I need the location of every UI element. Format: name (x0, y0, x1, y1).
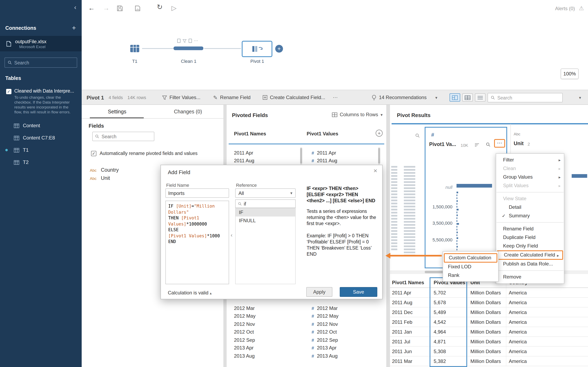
pivot-name-cell[interactable]: 2012 Mar (234, 304, 295, 312)
close-icon[interactable]: × (373, 167, 377, 175)
pivot-name-cell[interactable]: 2012 Oct (234, 328, 295, 336)
submenu-item-fixed-lod[interactable]: Fixed LOD (443, 263, 498, 271)
calculation-status[interactable]: Calculation is valid ▴ (168, 290, 212, 296)
sidebar-collapse-icon[interactable]: ‹ (74, 4, 76, 11)
sidebar-item-t1[interactable]: T1 (0, 144, 82, 156)
create-calculated-field-button[interactable]: Create Calculated Field... (263, 90, 325, 105)
save-button[interactable]: Save (340, 287, 377, 297)
menu-item-create-calculated-field[interactable]: Create Calculated Field▸ (497, 250, 563, 260)
input-table-icon[interactable] (130, 44, 140, 53)
profile-search-icon[interactable] (415, 133, 420, 138)
menu-item-rename-field[interactable]: Rename Field (496, 225, 564, 233)
view-toggle-list[interactable] (475, 93, 485, 101)
node-pivot-1[interactable] (242, 41, 272, 57)
submenu-item-rank[interactable]: Rank (443, 271, 498, 280)
pivot-values-list[interactable]: #2011 Apr#2011 Aug (311, 149, 373, 165)
pivot-name-cell[interactable]: 2012 Nov (234, 320, 295, 328)
tab-settings[interactable]: Settings (82, 105, 153, 118)
grid-header-pivot1-names[interactable]: Pivot1 Names (392, 277, 431, 287)
sidebar-search-input[interactable] (4, 58, 77, 68)
pivot-name-cell[interactable]: 2011 Apr (234, 149, 295, 157)
fields-search-input[interactable] (92, 132, 154, 141)
menu-item-filter[interactable]: Filter▸ (496, 156, 564, 164)
data-interpreter-checkbox[interactable]: ✓ (6, 89, 11, 94)
menu-item-group-values[interactable]: Group Values▸ (496, 173, 564, 182)
menu-item-keep-only-field[interactable]: Keep Only Field (496, 242, 564, 250)
reference-search-input[interactable] (235, 200, 296, 208)
changes-doc-icon[interactable] (177, 39, 181, 43)
pivot-value-cell[interactable]: #2011 Apr (311, 149, 373, 157)
auto-rename-checkbox[interactable]: ✓ (91, 151, 96, 156)
view-toggle-grid[interactable] (462, 93, 473, 101)
pivot-value-cell[interactable]: #2013 Aug (311, 352, 373, 360)
pivot-values-list-continued[interactable]: #2012 Mar#2012 May#2012 Nov#2012 Oct#201… (311, 304, 373, 360)
pivot-values-field-card[interactable]: # Pivot1 Va... 10K ⋯ null1,500,0003,500,… (425, 127, 507, 268)
remove-doc-icon[interactable] (189, 39, 192, 43)
add-pivot-field-button[interactable]: + (376, 130, 383, 137)
pivot-name-cell[interactable]: 2011 Aug (234, 157, 295, 165)
names-scrollbar[interactable] (300, 147, 302, 165)
panel-collapse-caret-icon[interactable]: ▾ (579, 90, 581, 105)
pivot-name-cell[interactable]: 2012 Sep (234, 336, 295, 344)
add-connection-button[interactable]: + (72, 25, 76, 31)
flow-canvas[interactable]: T1 ⋯ Clean 1 Pivot 1 + 100% (82, 17, 588, 90)
field-item-unit[interactable]: AbcUnit (90, 174, 119, 182)
redo-icon[interactable]: → (103, 4, 109, 12)
menu-item-summary[interactable]: ✓Summary (496, 212, 564, 220)
reference-item-if[interactable]: IF (236, 208, 295, 217)
pivot-value-cell[interactable]: #2012 Nov (311, 320, 373, 328)
node-label-pivot-1[interactable]: Pivot 1 (241, 59, 274, 64)
alerts-label[interactable]: Alerts (0) (555, 6, 575, 11)
apply-button[interactable]: Apply (306, 287, 332, 297)
calculation-editor[interactable]: IF [Unit]="MillionDollars"THEN [Pivot1Va… (165, 201, 229, 284)
pivot-value-cell[interactable]: #2012 Oct (311, 328, 373, 336)
reference-item-ifnull[interactable]: IFNULL (236, 217, 295, 225)
pivot-mode-dropdown[interactable]: Columns to Rows ▾ (332, 112, 383, 117)
node-label-t1[interactable]: T1 (118, 59, 151, 64)
recommendations-caret-icon[interactable]: ▾ (435, 90, 437, 105)
view-toggle-profile[interactable] (450, 93, 460, 101)
tab-changes[interactable]: Changes (0) (153, 105, 223, 118)
add-output-icon[interactable] (135, 5, 141, 11)
field-name-input[interactable] (165, 188, 229, 198)
rename-field-button[interactable]: ✎ Rename Field (213, 90, 251, 105)
more-badges-icon[interactable]: ⋯ (194, 39, 198, 43)
more-actions-button[interactable]: ⋯ (333, 90, 338, 105)
filter-badge-icon[interactable] (182, 39, 187, 43)
pivot-name-cell[interactable]: 2013 Apr (234, 344, 295, 352)
menu-item-publish-as-data-role[interactable]: Publish as Data Role... (496, 260, 564, 268)
pivot-value-cell[interactable]: #2012 Mar (311, 304, 373, 312)
node-label-clean-1[interactable]: Clean 1 (172, 59, 205, 64)
connection-item[interactable]: outputFile.xlsx Microsoft Excel (0, 36, 82, 51)
unit-field-name[interactable]: Unit (514, 141, 524, 146)
refresh-icon[interactable]: ↻ (157, 3, 163, 11)
filter-values-button[interactable]: Filter Values... (162, 90, 200, 105)
values-scrollbar[interactable] (378, 147, 380, 165)
pivot-name-cell[interactable]: 2012 May (234, 312, 295, 320)
run-flow-icon[interactable]: ▷ (172, 4, 177, 12)
add-step-button[interactable]: + (275, 45, 283, 53)
pivot-names-list[interactable]: 2011 Apr2011 Aug (234, 149, 295, 165)
sidebar-item-content[interactable]: Content (0, 119, 82, 132)
menu-item-remove[interactable]: Remove (496, 273, 564, 281)
pivot-name-cell[interactable]: 2013 Aug (234, 352, 295, 360)
zoom-level-button[interactable]: 100% (561, 68, 579, 79)
pivot-names-list-continued[interactable]: 2012 Mar2012 May2012 Nov2012 Oct2012 Sep… (234, 304, 295, 360)
pivot-value-cell[interactable]: #2011 Aug (311, 157, 373, 165)
reference-filter-dropdown[interactable]: All▾ (235, 188, 296, 198)
submenu-item-custom-calculation[interactable]: Custom Calculation (444, 253, 497, 263)
toolbar-search-input[interactable] (488, 93, 563, 102)
field-item-country[interactable]: AbcCountry (90, 166, 119, 174)
menu-item-duplicate-field[interactable]: Duplicate Field (496, 233, 564, 242)
pivot-value-cell[interactable]: #2012 Sep (311, 336, 373, 344)
node-clean-1[interactable] (173, 47, 203, 50)
pivot-value-cell[interactable]: #2013 Apr (311, 344, 373, 352)
recommendations-button[interactable]: 14 Recommendations (372, 90, 426, 105)
collapse-reference-icon[interactable]: ‹ (231, 232, 233, 238)
sidebar-item-content-c7-e8[interactable]: Content C7:E8 (0, 132, 82, 144)
save-icon[interactable] (117, 5, 123, 11)
sidebar-item-t2[interactable]: T2 (0, 156, 82, 168)
pivot-value-cell[interactable]: #2012 May (311, 312, 373, 320)
menu-item-detail[interactable]: Detail (496, 203, 564, 212)
undo-icon[interactable]: ← (88, 4, 95, 12)
